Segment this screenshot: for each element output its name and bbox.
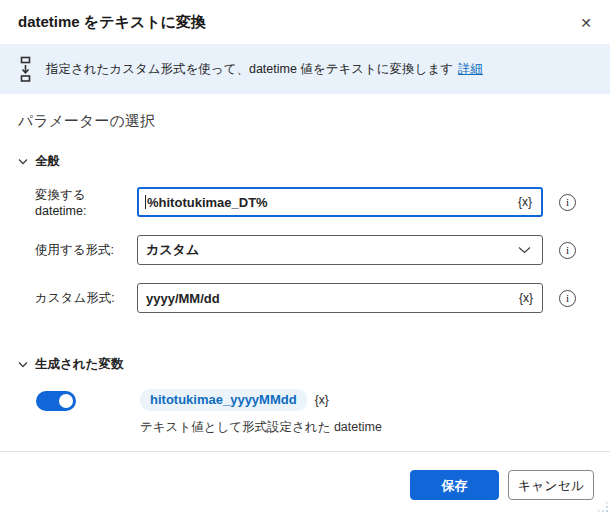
banner-description-text: 指定されたカスタム形式を使って、datetime 値をテキストに変換します [46, 62, 453, 76]
section-general-label: 全般 [35, 153, 60, 170]
toggle-knob [59, 394, 73, 408]
info-banner: 指定されたカスタム形式を使って、datetime 値をテキストに変換します詳細 [0, 44, 610, 94]
cancel-button[interactable]: キャンセル [508, 470, 594, 500]
custom-format-field-label: カスタム形式: [35, 290, 137, 307]
variable-name-pill[interactable]: hitotukimae_yyyyMMdd [140, 389, 307, 411]
format-field-label: 使用する形式: [35, 242, 137, 259]
variable-toggle[interactable] [36, 391, 76, 411]
format-select[interactable]: カスタム [137, 235, 543, 265]
chevron-down-icon [18, 361, 28, 368]
custom-format-input[interactable] [138, 291, 515, 306]
format-select-value: カスタム [138, 241, 518, 259]
section-generated-variables-label: 生成された変数 [35, 356, 123, 373]
info-icon[interactable]: i [559, 242, 576, 259]
variable-picker-icon[interactable]: {x} [515, 291, 542, 305]
datetime-input-wrapper: {x} [137, 187, 543, 217]
section-generated-variables[interactable]: 生成された変数 [18, 356, 610, 373]
row-datetime: 変換する datetime: {x} i [35, 187, 610, 217]
variable-description: テキスト値として形式設定された datetime [140, 419, 382, 436]
variable-picker-icon[interactable]: {x} [514, 195, 541, 209]
info-icon[interactable]: i [559, 194, 576, 211]
datetime-input[interactable] [139, 195, 514, 210]
convert-datetime-icon [18, 56, 33, 83]
banner-description: 指定されたカスタム形式を使って、datetime 値をテキストに変換します詳細 [46, 60, 483, 78]
dialog-header: datetime をテキストに変換 ✕ [0, 0, 610, 35]
custom-format-input-wrapper: {x} [137, 283, 543, 313]
chevron-down-icon [518, 246, 542, 254]
variable-picker-icon[interactable]: {x} [315, 393, 329, 407]
resize-grip[interactable] [597, 499, 609, 517]
parameters-heading: パラメーターの選択 [18, 110, 610, 132]
convert-datetime-dialog: datetime をテキストに変換 ✕ 指定されたカスタム形式を使って、date… [0, 0, 610, 518]
dialog-title: datetime をテキストに変換 [18, 11, 206, 33]
chevron-down-icon [18, 158, 28, 165]
info-icon[interactable]: i [559, 290, 576, 307]
datetime-field-label: 変換する datetime: [35, 187, 137, 218]
close-icon[interactable]: ✕ [572, 11, 600, 35]
section-general[interactable]: 全般 [18, 153, 610, 170]
save-button[interactable]: 保存 [410, 470, 499, 500]
row-format: 使用する形式: カスタム i [35, 235, 610, 265]
generated-variable-row: hitotukimae_yyyyMMdd {x} テキスト値として形式設定された… [36, 389, 610, 436]
details-link[interactable]: 詳細 [458, 62, 483, 76]
dialog-footer: 保存 キャンセル [0, 451, 610, 518]
row-custom-format: カスタム形式: {x} i [35, 283, 610, 313]
